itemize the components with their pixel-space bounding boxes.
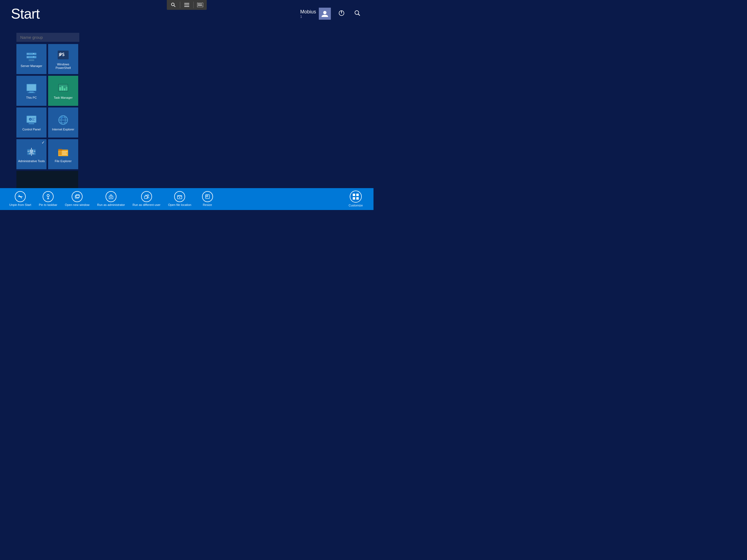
svg-point-15 (355, 11, 359, 15)
tile-control-panel[interactable]: Control Panel (17, 107, 47, 137)
svg-rect-89 (356, 197, 359, 200)
svg-rect-58 (29, 153, 34, 154)
page-title: Start (11, 5, 40, 22)
tile-file-explorer-label: File Explorer (54, 159, 73, 163)
action-pin-taskbar-label: Pin to taskbar (39, 203, 57, 207)
svg-rect-88 (353, 197, 355, 200)
svg-point-40 (30, 119, 31, 120)
group-name-input[interactable] (17, 33, 79, 42)
svg-rect-77 (145, 196, 148, 199)
tile-file-explorer[interactable]: File Explorer (48, 139, 78, 169)
action-pin-taskbar[interactable]: Pin to taskbar (35, 191, 61, 207)
svg-rect-6 (198, 4, 199, 4)
svg-rect-3 (184, 5, 189, 5)
action-new-window-label: Open new window (65, 203, 89, 207)
tile-admin-tools-label: Administrative Tools (17, 159, 46, 163)
action-run-admin-label: Run as administrator (97, 203, 125, 207)
svg-rect-7 (199, 4, 200, 4)
action-customize-label: Customize (349, 204, 363, 207)
svg-rect-20 (27, 57, 28, 58)
search-button[interactable] (352, 8, 363, 20)
tile-server-manager[interactable]: Server Manager (17, 44, 47, 74)
new-window-icon (72, 191, 83, 202)
tile-this-pc-label: This PC (25, 96, 38, 100)
action-run-diff-user-label: Run as different user (133, 203, 160, 207)
svg-rect-41 (32, 118, 35, 119)
svg-point-56 (31, 151, 32, 152)
tile-this-pc[interactable]: This PC (17, 76, 47, 106)
svg-rect-86 (353, 194, 355, 196)
action-new-window[interactable]: Open new window (61, 191, 93, 207)
tiles-area: Server Manager PS Windows PowerShell Thi… (17, 33, 79, 201)
unpin-icon (15, 191, 26, 202)
user-name: Mobius (300, 9, 316, 15)
tile-powershell[interactable]: PS Windows PowerShell (48, 44, 78, 74)
pin-taskbar-icon (43, 191, 54, 202)
svg-rect-34 (64, 88, 66, 91)
svg-rect-19 (27, 53, 28, 54)
svg-rect-64 (62, 153, 67, 153)
action-bar: Unpin from Start Pin to taskbar Open new… (0, 188, 374, 210)
tile-ie[interactable]: e Internet Explorer (48, 107, 78, 137)
svg-rect-65 (62, 154, 67, 155)
user-name-block: Mobius 1 (300, 9, 316, 19)
svg-point-78 (147, 195, 149, 196)
resize-icon (202, 191, 213, 202)
svg-rect-61 (58, 149, 62, 151)
tile-powershell-label: Windows PowerShell (48, 62, 78, 70)
run-diff-user-icon (141, 191, 152, 202)
svg-rect-72 (76, 195, 79, 198)
tile-server-manager-label: Server Manager (20, 64, 44, 68)
svg-rect-29 (28, 93, 35, 93)
open-file-loc-icon (174, 191, 185, 202)
svg-rect-87 (356, 194, 359, 196)
action-resize[interactable]: Resize (195, 191, 220, 207)
svg-rect-28 (29, 92, 34, 93)
power-button[interactable] (336, 8, 347, 20)
tiles-grid: Server Manager PS Windows PowerShell Thi… (17, 44, 79, 201)
header: Start Mobius 1 (0, 5, 374, 22)
svg-rect-43 (32, 120, 35, 121)
svg-rect-42 (32, 119, 34, 120)
tile-control-panel-label: Control Panel (21, 128, 42, 131)
action-unpin-label: Unpin from Start (9, 203, 31, 207)
action-open-file-loc-label: Open file location (168, 203, 191, 207)
svg-text:e: e (61, 114, 63, 120)
action-run-admin[interactable]: Run as administrator (93, 191, 129, 207)
svg-rect-27 (27, 84, 36, 91)
svg-rect-22 (33, 57, 34, 57)
svg-line-16 (358, 14, 360, 16)
action-open-file-loc[interactable]: Open file location (164, 191, 195, 207)
svg-point-12 (323, 11, 327, 14)
svg-point-68 (47, 195, 49, 197)
user-sub: 1 (300, 15, 316, 19)
action-resize-label: Resize (203, 203, 212, 207)
action-unpin[interactable]: Unpin from Start (5, 191, 35, 207)
svg-rect-83 (206, 195, 208, 197)
svg-rect-8 (201, 4, 202, 4)
svg-rect-38 (29, 123, 34, 124)
svg-rect-33 (61, 86, 63, 91)
svg-rect-63 (62, 151, 68, 152)
user-info[interactable]: Mobius 1 (300, 8, 331, 20)
svg-rect-35 (66, 87, 68, 91)
svg-rect-23 (29, 59, 34, 61)
tile-task-manager-label: Task Manager (52, 96, 74, 100)
svg-rect-21 (33, 53, 34, 54)
svg-point-76 (110, 197, 111, 198)
user-section: Mobius 1 (300, 8, 363, 20)
avatar (319, 8, 331, 20)
svg-rect-62 (59, 151, 61, 155)
action-run-diff-user[interactable]: Run as different user (129, 191, 164, 207)
tile-task-manager[interactable]: Task Manager (48, 76, 78, 106)
svg-rect-32 (59, 87, 61, 91)
svg-rect-2 (184, 3, 189, 4)
tile-admin-tools[interactable]: Administrative Tools (17, 139, 47, 169)
tile-ie-label: Internet Explorer (51, 128, 75, 131)
action-customize[interactable]: Customize (343, 190, 368, 207)
run-admin-icon (106, 191, 117, 202)
customize-icon (350, 190, 362, 203)
